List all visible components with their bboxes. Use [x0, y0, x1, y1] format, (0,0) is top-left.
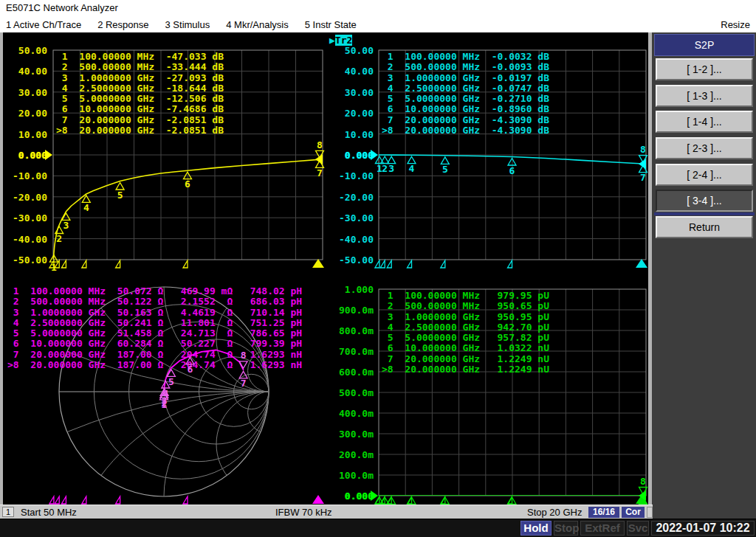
- tr1-axis-label: -50.00: [7, 254, 47, 266]
- softkey-2-4-[interactable]: [ 2-4 ]...: [656, 164, 753, 186]
- softkey-1-3-[interactable]: [ 1-3 ]...: [656, 85, 753, 107]
- softkey-1-2-[interactable]: [ 1-2 ]...: [656, 58, 753, 80]
- window-title: E5071C Network Analyzer: [6, 2, 118, 13]
- marker-row: 5 5.0000000 GHz -0.2710 dB: [382, 94, 549, 104]
- marker-row: 2 500.00000 MHz -33.444 dB: [56, 62, 224, 72]
- softkey-2-3-[interactable]: [ 2-3 ]...: [656, 137, 753, 159]
- tr1-axis-label: 10.00: [7, 129, 47, 140]
- window-titlebar: E5071C Network Analyzer: [0, 0, 756, 16]
- tr4-axis-label: 300.0m: [333, 429, 374, 440]
- marker-row: 6 10.000000 GHz 1.0322 nU: [382, 343, 549, 353]
- menu-item-1[interactable]: 1 Active Ch/Trace: [6, 19, 81, 30]
- softkey-sidebar: S2P Return [ 1-2 ]...[ 1-3 ]...[ 1-4 ]..…: [648, 32, 756, 505]
- tr1-marker-table: 1 100.00000 MHz -47.033 dB 2 500.00000 M…: [56, 52, 224, 136]
- active-trace-arrow-icon: ▶: [329, 35, 335, 46]
- tr1-axis-label: 50.00: [7, 45, 47, 56]
- menu-item-4[interactable]: 4 Mkr/Analysis: [226, 19, 289, 30]
- tr4-axis-label: 600.0m: [333, 367, 374, 378]
- tr2-axis-label: -40.00: [333, 234, 374, 245]
- tr2-active-label: Tr2: [335, 35, 352, 46]
- marker-row: 7 20.000000 GHz 187.00 Ω 204.74 Ω 1.6293…: [7, 350, 302, 360]
- marker-row: 4 2.5000000 GHz -0.0747 dB: [382, 83, 549, 94]
- tr2-title: ▶Tr2 S43 Log Mag 10.00dB/ Ref 0.000dB [F…: [329, 35, 595, 46]
- tr1-axis-label: 30.00: [7, 87, 47, 98]
- marker-row: 1 100.00000 MHz 50.072 Ω 469.99 mΩ 748.0…: [7, 286, 302, 297]
- menu-item-2[interactable]: 2 Response: [97, 19, 148, 30]
- marker-row: 1 100.00000 MHz -47.033 dB: [56, 52, 224, 62]
- channel-status-bar: 1 Start 50 MHz IFBW 70 kHz Stop 20 GHz 1…: [0, 505, 653, 519]
- datetime-readout: 2022-01-07 10:22: [651, 521, 755, 536]
- tr4-axis-label: 400.0m: [333, 408, 374, 419]
- tr1-axis-label: 20.00: [7, 108, 47, 119]
- tr2-axis-label: 20.00: [333, 108, 374, 119]
- marker-row: 4 2.5000000 GHz 50.241 Ω 11.801 Ω 751.25…: [7, 318, 302, 328]
- tr2-axis-label: 30.00: [333, 87, 374, 98]
- tr3-title: Tr3 S33 Smith (R+jX) Scale 1.000U [F2]: [12, 271, 231, 282]
- tr1-axis-label: -10.00: [7, 170, 47, 181]
- stop-frequency: Stop 20 GHz: [527, 507, 582, 518]
- marker-row: 6 10.000000 GHz 60.284 Ω 50.227 Ω 799.39…: [7, 339, 302, 349]
- menu-item-3[interactable]: 3 Stimulus: [165, 19, 210, 30]
- marker-row: 3 1.0000000 GHz 50.163 Ω 4.4619 Ω 710.14…: [7, 308, 302, 318]
- marker-row: 7 20.000000 GHz -4.3090 dB: [382, 115, 549, 125]
- extref-indicator: ExtRef: [580, 521, 625, 536]
- tr1-axis-label: -40.00: [7, 234, 47, 245]
- marker-row: 1 100.00000 MHz -0.0032 dB: [382, 52, 549, 62]
- tr2-axis-label: 0.000: [333, 150, 374, 161]
- marker-row: 2 500.00000 MHz -0.0093 dB: [382, 62, 549, 72]
- marker-row: 4 2.5000000 GHz 942.70 pU: [382, 322, 549, 333]
- marker-row: 3 1.0000000 GHz -27.093 dB: [56, 73, 224, 83]
- resize-button[interactable]: Resize: [721, 19, 750, 30]
- instrument-status-bar: Hold Stop ExtRef Svc 2022-01-07 10:22: [0, 519, 756, 537]
- tr4-axis-label: 200.0m: [333, 449, 374, 460]
- tr2-axis-label: 40.00: [333, 66, 374, 77]
- tr2-axis-label: -50.00: [333, 254, 374, 266]
- softkey-divider: [654, 212, 755, 215]
- marker-row: 6 10.000000 GHz -0.8960 dB: [382, 104, 549, 114]
- tr4-axis-label: 100.0m: [333, 470, 374, 481]
- tr2-axis-label: 10.00: [333, 129, 374, 140]
- status-bar-right-fill: [653, 505, 756, 519]
- svc-indicator: Svc: [627, 521, 649, 536]
- tr4-axis-label: 0.000: [333, 491, 374, 502]
- softkey-menu-title: S2P: [654, 34, 755, 56]
- tr3-marker-table: 1 100.00000 MHz 50.072 Ω 469.99 mΩ 748.0…: [7, 286, 302, 370]
- tr4-axis-label: 1.000: [333, 284, 374, 295]
- tr4-title: Tr4 Ls Lin Mag 100.0mU/ Ref 0.000U [F2 E…: [329, 271, 578, 282]
- marker-row: 6 10.000000 GHz -7.4686 dB: [56, 104, 224, 114]
- tr4-axis-label: 500.0m: [333, 387, 374, 398]
- marker-row: 3 1.0000000 GHz -0.0197 dB: [382, 73, 549, 83]
- marker-row: 7 20.000000 GHz -2.0851 dB: [56, 115, 224, 125]
- marker-row: 1 100.00000 MHz 979.95 pU: [382, 291, 549, 301]
- tr4-marker-table: 1 100.00000 MHz 979.95 pU 2 500.00000 MH…: [382, 291, 549, 375]
- marker-row: 5 5.0000000 GHz 51.458 Ω 24.713 Ω 786.65…: [7, 328, 302, 339]
- marker-row: 5 5.0000000 GHz 957.82 pU: [382, 333, 549, 343]
- marker-row: 5 5.0000000 GHz -12.506 dB: [56, 94, 224, 104]
- stop-indicator: Stop: [554, 521, 578, 536]
- start-frequency: Start 50 MHz: [21, 507, 77, 518]
- menu-bar: 1 Active Ch/Trace2 Response3 Stimulus4 M…: [0, 16, 756, 32]
- softkey-return[interactable]: Return: [656, 216, 753, 238]
- marker-row: >8 20.000000 GHz 1.2249 nU: [382, 364, 549, 375]
- hold-indicator: Hold: [520, 521, 551, 536]
- correction-badge: Cor: [622, 507, 645, 518]
- tr2-axis-label: -30.00: [333, 212, 374, 224]
- ifbw-readout: IFBW 70 kHz: [275, 507, 332, 518]
- tr2-axis-label: -20.00: [333, 192, 374, 203]
- tr1-axis-label: 40.00: [7, 66, 47, 77]
- marker-row: 2 500.00000 MHz 950.65 pU: [382, 301, 549, 311]
- softkey-1-4-[interactable]: [ 1-4 ]...: [656, 111, 753, 133]
- tr2-axis-label: -10.00: [333, 170, 374, 181]
- softkey-3-4-[interactable]: [ 3-4 ]...: [656, 190, 753, 212]
- marker-row: 3 1.0000000 GHz 950.95 pU: [382, 312, 549, 322]
- tr1-title: Tr1 S33 Log Mag 10.00dB/ Ref 0.000dB [F2…: [12, 35, 272, 46]
- tr2-axis-label: 50.00: [333, 45, 374, 56]
- marker-row: 2 500.00000 MHz 50.122 Ω 2.1552 Ω 686.03…: [7, 297, 302, 307]
- marker-row: 7 20.000000 GHz 1.2249 nU: [382, 354, 549, 364]
- marker-row: >8 20.000000 GHz -2.0851 dB: [56, 125, 224, 136]
- tr1-axis-label: 0.000: [7, 150, 47, 161]
- menu-item-5[interactable]: 5 Instr State: [305, 19, 357, 30]
- tr1-axis-label: -20.00: [7, 192, 47, 203]
- tr4-axis-label: 900.0m: [333, 305, 374, 316]
- marker-row: >8 20.000000 GHz 187.00 Ω 204.74 Ω 1.629…: [7, 360, 302, 370]
